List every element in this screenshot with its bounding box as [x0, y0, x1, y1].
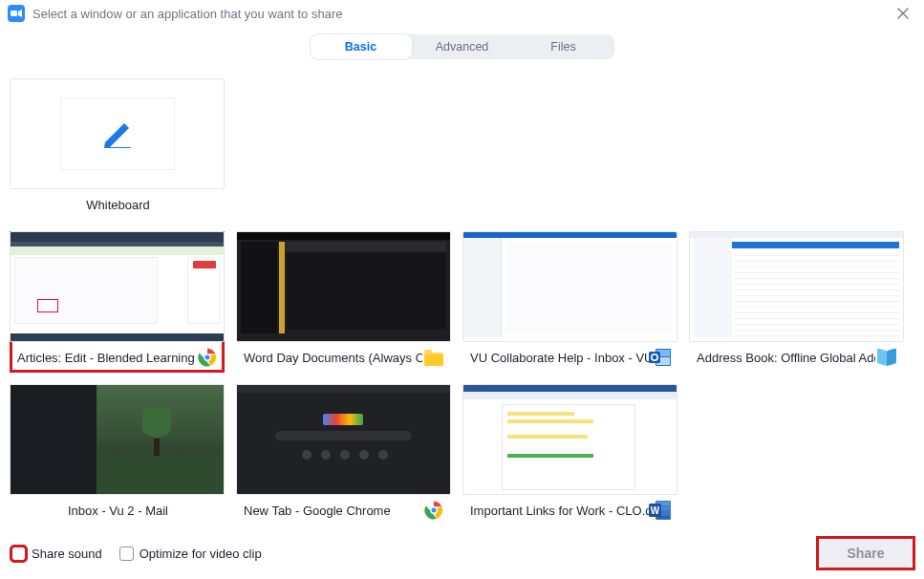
- word-icon: W: [649, 499, 672, 522]
- thumbnail: [236, 231, 451, 342]
- svg-point-12: [431, 507, 437, 513]
- window-label: VU Collaborate Help - Inbox - VU...: [470, 351, 649, 365]
- thumbnail: [689, 231, 904, 342]
- share-window-articles[interactable]: Articles: Edit - Blended Learning ...: [10, 231, 225, 373]
- svg-point-4: [204, 354, 210, 360]
- tab-advanced[interactable]: Advanced: [412, 34, 513, 59]
- window-label: Articles: Edit - Blended Learning ...: [17, 351, 196, 365]
- folder-icon: [422, 346, 445, 369]
- chrome-icon: [196, 346, 219, 369]
- optimize-video-checkbox[interactable]: Optimize for video clip: [119, 547, 262, 561]
- thumbnail: [462, 231, 677, 342]
- share-window-important-links[interactable]: Important Links for Work - CLO.d... W: [462, 384, 677, 525]
- zoom-app-icon: [8, 5, 25, 22]
- optimize-video-label: Optimize for video clip: [140, 547, 262, 561]
- thumbnail: [462, 384, 677, 495]
- share-window-word-day-documents[interactable]: Word Day Documents (Always O...: [236, 231, 451, 373]
- chrome-icon: [422, 499, 445, 522]
- window-label: New Tab - Google Chrome: [244, 504, 422, 518]
- share-window-address-book[interactable]: Address Book: Offline Global Add...: [689, 231, 904, 373]
- share-button[interactable]: Share: [819, 539, 913, 568]
- checkbox-box: [119, 547, 134, 561]
- thumbnail: [10, 231, 225, 342]
- pencil-icon: [101, 119, 134, 148]
- svg-rect-1: [104, 147, 131, 148]
- svg-text:W: W: [651, 505, 660, 516]
- share-sound-checkbox[interactable]: Share sound: [11, 547, 102, 561]
- tabs-row: Basic Advanced Files: [0, 27, 924, 71]
- share-mode-tabs: Basic Advanced Files: [311, 34, 614, 59]
- checkbox-box: [11, 547, 26, 561]
- svg-rect-0: [11, 11, 17, 16]
- whiteboard-label: Whiteboard: [17, 198, 219, 212]
- share-sound-label: Share sound: [32, 547, 102, 561]
- share-window-inbox-vu2[interactable]: Inbox - Vu 2 - Mail: [10, 384, 225, 525]
- whiteboard-thumbnail: [10, 78, 225, 189]
- window-label: Word Day Documents (Always O...: [244, 351, 422, 365]
- window-label: Address Book: Offline Global Add...: [697, 351, 875, 365]
- tab-files[interactable]: Files: [513, 34, 614, 59]
- share-options-grid: Whiteboard Articles: Edit - Blended Lear…: [0, 71, 924, 525]
- outlook-icon: [649, 346, 672, 369]
- share-window-new-tab-chrome[interactable]: New Tab - Google Chrome: [236, 384, 451, 525]
- share-window-vu-collaborate[interactable]: VU Collaborate Help - Inbox - VU...: [462, 231, 677, 373]
- svg-rect-8: [649, 352, 660, 363]
- window-label: Important Links for Work - CLO.d...: [470, 504, 649, 518]
- thumbnail: [10, 384, 225, 495]
- window-label: Inbox - Vu 2 - Mail: [17, 504, 219, 518]
- tab-basic[interactable]: Basic: [311, 34, 412, 59]
- close-button[interactable]: [890, 0, 916, 27]
- address-book-icon: [875, 346, 898, 369]
- titlebar: Select a window or an application that y…: [0, 0, 924, 27]
- share-option-whiteboard[interactable]: Whiteboard: [10, 78, 225, 220]
- thumbnail: [236, 384, 451, 495]
- dialog-title: Select a window or an application that y…: [32, 7, 890, 21]
- bottom-bar: Share sound Optimize for video clip Shar…: [0, 539, 924, 568]
